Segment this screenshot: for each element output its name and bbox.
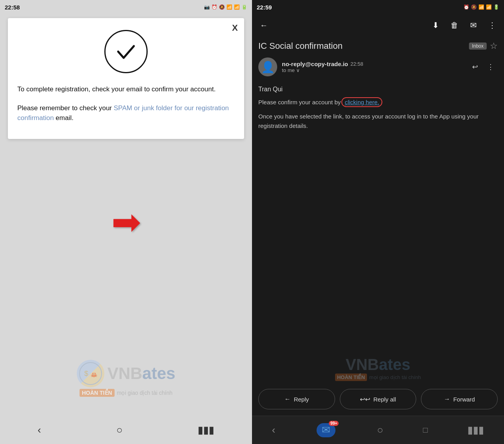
- recents-button[interactable]: ▮▮▮: [198, 424, 214, 436]
- right-time: 22:59: [257, 4, 272, 11]
- sender-actions: ↩ ⋮: [468, 60, 498, 74]
- forward-button[interactable]: → Forward: [421, 389, 498, 409]
- body-text-start: Please confirm your account by: [258, 99, 342, 105]
- sender-more-button[interactable]: ⋮: [484, 60, 498, 74]
- archive-icon: ⬇: [432, 20, 439, 30]
- right-status-icons: ⏰ 🔕 📶 📶 🔋: [463, 4, 499, 10]
- tagline-text: mọi giao dịch tài chính: [117, 390, 172, 396]
- email-body: Tran Qui Please confirm your account by …: [252, 80, 504, 383]
- email-paragraph-2: Once you have selected the link, to acce…: [258, 112, 498, 131]
- back-button[interactable]: ‹: [38, 424, 41, 436]
- battery-icon: 🔋: [241, 4, 247, 10]
- more-icon: ⋮: [488, 20, 496, 30]
- reply-all-button[interactable]: ↩↩ Reply all: [340, 389, 417, 409]
- left-time: 22:58: [5, 4, 20, 11]
- forward-icon: →: [444, 396, 450, 403]
- reply-all-icon: ↩↩: [360, 396, 370, 403]
- reply-all-label: Reply all: [373, 396, 396, 403]
- right-back-button[interactable]: ‹: [272, 424, 276, 436]
- delete-icon: 🗑: [450, 21, 458, 30]
- dialog-text: To complete registration, check your ema…: [17, 84, 235, 123]
- delete-button[interactable]: 🗑: [446, 17, 463, 34]
- right-battery-icon: 🔋: [493, 4, 499, 10]
- hoan-tien-badge: HOÀN TIỀN: [80, 389, 115, 397]
- dialog-paragraph-1: To complete registration, check your ema…: [17, 84, 235, 94]
- right-video-button[interactable]: □: [423, 426, 428, 435]
- recipient-name: Tran Qui: [258, 86, 498, 93]
- more-menu-button[interactable]: ⋮: [484, 17, 501, 34]
- sender-email: no-reply@copy-trade.io: [282, 61, 348, 67]
- avatar-icon: 👤: [261, 61, 275, 74]
- sender-more-icon: ⋮: [487, 63, 494, 71]
- sender-info: no-reply@copy-trade.io 22:58 to me ∨: [282, 61, 463, 73]
- reply-button[interactable]: ← Reply: [258, 389, 335, 409]
- red-arrow-icon: ➡: [111, 204, 141, 240]
- email-sender-row: 👤 no-reply@copy-trade.io 22:58 to me ∨ ↩…: [252, 54, 504, 80]
- right-mute-icon: 🔕: [471, 4, 477, 10]
- mute-icon: 🔕: [219, 4, 225, 10]
- left-panel: 22:58 📷 ⏰ 🔕 📶 📶 🔋 X To complete registra…: [0, 0, 252, 444]
- email-actions: ← Reply ↩↩ Reply all → Forward: [252, 383, 504, 416]
- mail-badge: 99+: [329, 421, 339, 426]
- mail-action-button[interactable]: ✉: [465, 17, 482, 34]
- checkmark-icon: [114, 40, 138, 63]
- left-status-icons: 📷 ⏰ 🔕 📶 📶 🔋: [204, 4, 247, 10]
- svg-point-0: [80, 363, 102, 385]
- avatar: 👤: [258, 57, 277, 76]
- dialog-text-normal: Please remember to check your: [17, 104, 114, 112]
- forward-label: Forward: [453, 396, 475, 403]
- back-button[interactable]: ←: [255, 17, 272, 34]
- sender-to[interactable]: to me ∨: [282, 67, 463, 73]
- archive-button[interactable]: ⬇: [427, 17, 444, 34]
- right-home-button[interactable]: ○: [377, 424, 383, 436]
- alarm-icon: ⏰: [211, 4, 217, 10]
- email-subject: IC Social confirmation: [258, 41, 466, 51]
- email-subject-area: IC Social confirmation Inbox ☆: [252, 36, 504, 54]
- right-alarm-icon: ⏰: [463, 4, 469, 10]
- dialog-paragraph-2: Please remember to check your SPAM or ju…: [17, 103, 235, 123]
- arrow-container: ➡: [111, 204, 141, 240]
- home-button[interactable]: ○: [116, 424, 122, 436]
- right-wifi-icon: 📶: [478, 4, 484, 10]
- dialog-text-end: email.: [54, 114, 74, 122]
- svg-text:$: $: [84, 370, 88, 377]
- reply-quick-icon: ↩: [472, 63, 478, 71]
- sender-time: 22:58: [350, 61, 363, 67]
- sender-name-row: no-reply@copy-trade.io 22:58: [282, 61, 463, 67]
- signal-icon: 📶: [234, 4, 240, 10]
- wifi-icon: 📶: [226, 4, 232, 10]
- right-status-bar: 22:59 ⏰ 🔕 📶 📶 🔋: [252, 0, 504, 14]
- close-button[interactable]: X: [232, 23, 238, 33]
- vnb-text: VNB: [107, 364, 143, 383]
- back-icon: ←: [260, 21, 268, 30]
- email-link-circled: clicking here.: [341, 97, 382, 107]
- reply-label: Reply: [294, 396, 309, 403]
- mail-icon: ✉: [470, 20, 477, 30]
- mail-app-button[interactable]: ✉ 99+: [315, 422, 337, 438]
- left-watermark: $ 🦀 VNBates HOÀN TIỀN mọi giao dịch tài …: [47, 360, 205, 397]
- star-button[interactable]: ☆: [490, 41, 498, 51]
- left-bottom-nav: ‹ ○ ▮▮▮: [0, 416, 252, 444]
- right-bottom-bar: ‹ ✉ 99+ ○ □ ▮▮▮: [252, 416, 504, 444]
- camera-icon: 📷: [204, 4, 210, 10]
- right-panel: 22:59 ⏰ 🔕 📶 📶 🔋 ← ⬇ 🗑 ✉ ⋮ IC Social conf…: [252, 0, 504, 444]
- email-toolbar: ← ⬇ 🗑 ✉ ⋮: [252, 14, 504, 36]
- right-recents-button[interactable]: ▮▮▮: [467, 424, 484, 436]
- left-status-bar: 22:58 📷 ⏰ 🔕 📶 📶 🔋: [0, 0, 252, 14]
- watermark-text: VNBates: [107, 364, 176, 383]
- watermark-emblem: $ 🦀: [77, 360, 104, 387]
- reply-icon: ←: [284, 396, 291, 403]
- clicking-here-link[interactable]: clicking here.: [345, 99, 379, 105]
- reply-quick-button[interactable]: ↩: [468, 60, 482, 74]
- right-signal-icon: 📶: [486, 4, 492, 10]
- svg-text:🦀: 🦀: [91, 372, 98, 378]
- email-paragraph-1: Please confirm your account by clicking …: [258, 98, 498, 107]
- dialog-card: X To complete registration, check your e…: [8, 18, 244, 139]
- to-me-label: to me ∨: [282, 67, 300, 73]
- ates-text: ates: [142, 364, 175, 383]
- checkmark-circle: [104, 30, 148, 73]
- inbox-badge: Inbox: [469, 43, 487, 50]
- watermark-tagline: HOÀN TIỀN mọi giao dịch tài chính: [47, 389, 205, 397]
- watermark-logo: $ 🦀 VNBates: [47, 360, 205, 387]
